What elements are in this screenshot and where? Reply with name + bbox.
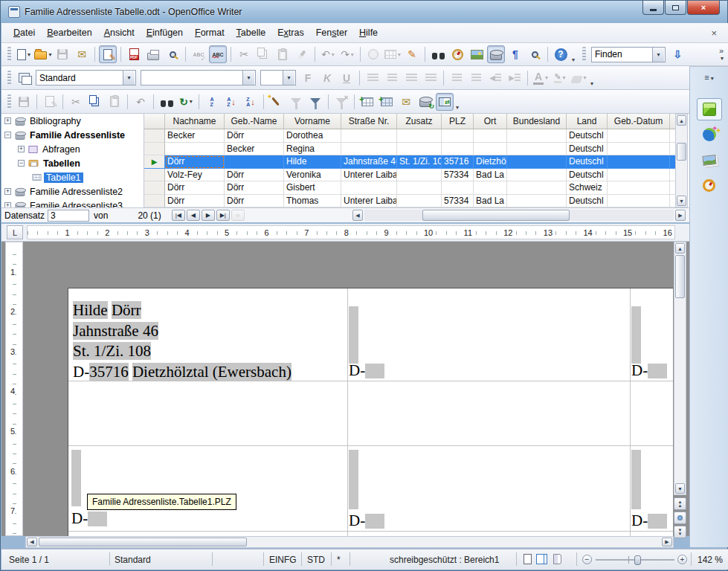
font-color-button[interactable]: A▾	[532, 69, 550, 87]
expand-icon[interactable]: +	[4, 188, 11, 195]
font-size-input[interactable]	[261, 71, 283, 85]
find-record-button[interactable]	[158, 93, 175, 111]
cell[interactable]: Deutschl	[567, 195, 608, 208]
new-document-button[interactable]: ▾	[15, 45, 33, 63]
cell[interactable]: Deutschl	[567, 155, 608, 169]
row-selector[interactable]: ▶	[144, 155, 165, 169]
menu-datei[interactable]: Datei	[7, 25, 41, 41]
tree-item-familie-adressenliste3[interactable]: +Familie Adressenliste3	[1, 199, 144, 207]
row-selector[interactable]	[144, 195, 165, 208]
standard-filter-button[interactable]	[306, 93, 324, 111]
cell[interactable]	[165, 143, 225, 156]
column-header[interactable]: Land	[567, 114, 608, 129]
numbered-list-button[interactable]	[448, 69, 466, 87]
tree-item-familie-adressenliste2[interactable]: +Familie Adressenliste2	[1, 184, 144, 199]
menu-bearbeiten[interactable]: Bearbeiten	[41, 25, 97, 41]
data-to-fields-button[interactable]: +	[378, 93, 396, 111]
row-selector[interactable]	[144, 129, 165, 143]
help-button[interactable]: ?	[552, 45, 570, 63]
horizontal-ruler[interactable]: L 12345678910111213141516	[1, 224, 689, 242]
cell[interactable]	[474, 143, 507, 156]
table-row[interactable]: Volz-FeyDörrVeronikaUnterer Laiba57334Ba…	[144, 169, 675, 182]
cell[interactable]: Bad La	[474, 169, 507, 182]
page-style-indicator[interactable]: Standard	[115, 555, 151, 565]
refresh-button[interactable]: ↻▾	[177, 93, 195, 111]
cell[interactable]	[225, 155, 284, 169]
new-record-button[interactable]: ○	[231, 210, 245, 221]
row-selector[interactable]	[144, 169, 165, 182]
current-database-button[interactable]: ↻	[416, 93, 434, 111]
autospellcheck-button[interactable]: ABC~~	[209, 45, 227, 63]
cell[interactable]	[670, 129, 675, 143]
field-plz-placeholder[interactable]	[88, 512, 107, 526]
spellcheck-button[interactable]: ABC✓	[190, 45, 207, 63]
cell[interactable]	[507, 169, 567, 182]
explorer-toggle-button[interactable]	[436, 93, 454, 111]
combo-dropdown-button[interactable]: ▾	[652, 48, 664, 62]
field-nachname[interactable]: Dörr	[112, 301, 141, 319]
paragraph-style-input[interactable]	[36, 71, 123, 85]
record-number-input[interactable]	[48, 210, 89, 222]
field-strasse[interactable]: Jahnstraße 46	[73, 322, 158, 340]
mail-merge-button[interactable]: ✉	[397, 93, 415, 111]
selection-mode-indicator[interactable]: STD	[307, 555, 325, 565]
cell[interactable]: Dorothea	[284, 129, 341, 143]
autofilter-button[interactable]	[268, 93, 286, 111]
save-button[interactable]	[54, 45, 71, 63]
scroll-up-button[interactable]: ▲	[677, 115, 686, 126]
cell[interactable]: Jahnstraße 46	[341, 155, 397, 169]
next-page-button[interactable]: ▼▼	[674, 526, 686, 538]
bullet-list-button[interactable]	[467, 69, 485, 87]
table-row[interactable]: BeckerReginaDeutschl	[144, 143, 675, 156]
paste-record-button[interactable]	[106, 93, 123, 111]
cell[interactable]	[397, 143, 442, 156]
format-paintbrush-button[interactable]	[293, 45, 311, 63]
cell[interactable]: Dörr	[225, 169, 284, 182]
cell[interactable]	[341, 181, 397, 195]
sort-descending-button[interactable]: ZA↓	[242, 93, 260, 111]
close-button[interactable]: ×	[687, 1, 720, 15]
cell[interactable]	[670, 155, 675, 169]
cell[interactable]	[397, 181, 442, 195]
menu-ansicht[interactable]: Ansicht	[98, 25, 141, 41]
copy-record-button[interactable]	[86, 93, 104, 111]
column-header[interactable]: Nachname	[165, 114, 225, 129]
toolbar-grip[interactable]	[7, 94, 11, 109]
single-page-view-button[interactable]	[524, 554, 532, 564]
cell[interactable]: Unterer Laiba	[341, 169, 397, 182]
find-next-button[interactable]: ⇩	[669, 45, 686, 63]
field-plz-placeholder[interactable]	[365, 514, 384, 529]
sidebar-menu-button[interactable]: ≡▾	[690, 73, 728, 82]
hyperlink-button[interactable]	[364, 45, 382, 63]
cell[interactable]: Dörr	[225, 195, 284, 208]
cell[interactable]	[670, 181, 675, 195]
sidebar-tab-styles[interactable]	[697, 123, 722, 146]
tree-item-tabelle1[interactable]: Tabelle1	[1, 170, 144, 184]
column-header[interactable]: Bundesland	[507, 114, 567, 129]
cell[interactable]	[507, 155, 567, 169]
cell[interactable]: Veronika	[284, 169, 341, 182]
open-button[interactable]: ▾	[34, 45, 52, 63]
cell[interactable]	[670, 169, 675, 182]
email-button[interactable]: ✉	[73, 45, 91, 63]
export-pdf-button[interactable]: PDF	[125, 45, 143, 63]
cell[interactable]: Deutschl	[567, 129, 608, 143]
sidebar-tab-properties[interactable]	[697, 98, 722, 120]
formatting-marks-button[interactable]: ¶	[506, 45, 524, 63]
expand-icon[interactable]: +	[4, 117, 11, 124]
cell[interactable]: Bad La	[474, 195, 507, 208]
combo-dropdown-button[interactable]: ▾	[123, 71, 135, 85]
cell[interactable]: Dörr	[165, 195, 225, 208]
cell[interactable]	[608, 155, 670, 169]
cut-button[interactable]: ✂	[235, 45, 253, 63]
cell[interactable]: Dörr	[225, 129, 284, 143]
document-vertical-scrollbar[interactable]: ▲ ▼	[674, 242, 686, 495]
document-horizontal-scrollbar[interactable]: ◀ ▶	[25, 536, 674, 548]
sidebar-tab-navigator[interactable]	[697, 174, 722, 196]
empty-merge-fields[interactable]	[71, 450, 81, 506]
table-row[interactable]: ▶DörrHildeJahnstraße 46St. 1/Zi. 1035716…	[144, 155, 675, 169]
cell[interactable]	[397, 129, 442, 143]
toolbar-options-button[interactable]: ▾	[721, 55, 724, 62]
cell[interactable]: Dörr	[165, 155, 225, 169]
sort-button[interactable]: AZ	[203, 93, 221, 111]
